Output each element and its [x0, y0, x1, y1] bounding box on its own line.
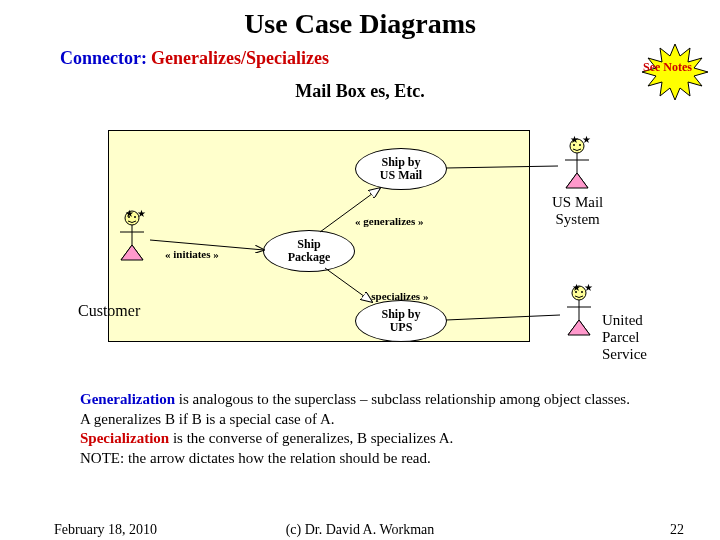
diagram-title: Mail Box es, Etc. — [0, 81, 720, 102]
specialization-term: Specialization — [80, 430, 169, 446]
footer-page-number: 22 — [670, 522, 684, 538]
person-icon — [560, 138, 594, 192]
subtitle-label: Connector: — [60, 48, 147, 68]
subtitle-value: Generalizes/Specializes — [151, 48, 329, 68]
specialization-desc: is the converse of generalizes, B specia… — [169, 430, 453, 446]
svg-marker-6 — [121, 245, 143, 260]
usecase-label: Ship by UPS — [381, 308, 420, 334]
subtitle: Connector: Generalizes/Specializes — [60, 48, 720, 69]
usecase-ship-ups: Ship by UPS — [355, 300, 447, 342]
usecase-ship-package: Ship Package — [263, 230, 355, 272]
actor-us-mail-label: US Mail System — [552, 194, 603, 228]
usecase-label: Ship by US Mail — [380, 156, 422, 182]
explanation-text: Generalization is analogous to the super… — [80, 390, 640, 468]
usecase-ship-us-mail: Ship by US Mail — [355, 148, 447, 190]
generalization-term: Generalization — [80, 391, 175, 407]
usecase-label: Ship Package — [288, 238, 331, 264]
actor-ups — [562, 285, 596, 343]
see-notes-label: See Notes — [643, 60, 692, 75]
star-icon: ★ ★ — [570, 134, 591, 145]
svg-marker-22 — [568, 320, 590, 335]
actor-ups-label: United Parcel Service — [602, 312, 647, 363]
star-icon: ★ ★ — [125, 208, 146, 219]
footer-copyright: (c) Dr. David A. Workman — [0, 522, 720, 538]
star-icon: ★ ★ — [572, 282, 593, 293]
generalizes-label: « generalizes » — [355, 215, 423, 227]
initiates-label: « initiates » — [165, 248, 219, 260]
person-icon — [562, 285, 596, 339]
actor-customer-label: Customer — [78, 302, 140, 320]
page-title: Use Case Diagrams — [0, 8, 720, 40]
svg-marker-14 — [566, 173, 588, 188]
note-text: NOTE: the arrow dictates how the relatio… — [80, 450, 431, 466]
actor-us-mail — [560, 138, 594, 196]
specializes-label: « specializes » — [363, 290, 428, 302]
